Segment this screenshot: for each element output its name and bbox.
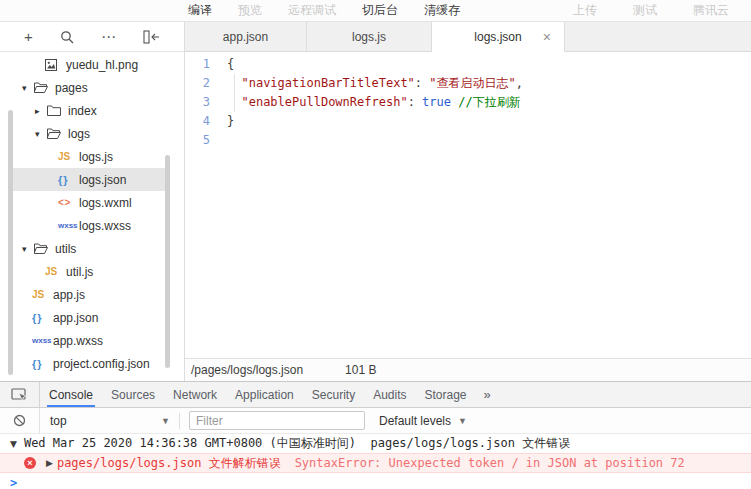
code-token: "enablePullDownRefresh" <box>241 95 407 109</box>
expander-open-icon[interactable]: ▼ <box>10 439 17 449</box>
expander-closed-icon[interactable]: ▶ <box>46 458 53 468</box>
code-editor[interactable]: 1{2 "navigationBarTitleText": "查看启动日志",3… <box>185 52 751 358</box>
expander-arrow-icon[interactable]: ▾ <box>22 244 34 254</box>
tree-item[interactable]: yuedu_hl.png <box>13 53 167 76</box>
tree-item[interactable]: JSapp.js <box>13 283 167 306</box>
editor-tab[interactable]: logs.json× <box>432 22 565 52</box>
tree-item[interactable]: { }logs.json <box>13 168 167 191</box>
wechat-devtools-window: 编译预览远程调试切后台清缓存 上传测试腾讯云 + ⋯ yuedu_hl.png▾… <box>0 0 751 489</box>
tree-item-label: utils <box>55 242 76 256</box>
tree-item[interactable]: ▸index <box>13 99 167 122</box>
json-file-icon: { } <box>32 358 52 370</box>
error-detail: SyntaxError: Unexpected token / in JSON … <box>295 456 685 470</box>
search-icon[interactable] <box>60 30 74 44</box>
tree-item[interactable]: wxsslogs.wxss <box>13 214 167 237</box>
tree-item-label: logs.wxss <box>79 219 131 233</box>
main-area: + ⋯ yuedu_hl.png▾pages▸index▾logsJSlogs.… <box>0 22 751 381</box>
tree-item[interactable]: wxssapp.wxss <box>13 329 167 352</box>
tree-item-label: yuedu_hl.png <box>66 58 138 72</box>
toolbar-button[interactable]: 腾讯云 <box>693 2 729 19</box>
folder-open-icon <box>47 128 67 139</box>
devtools-tab-console[interactable]: Console <box>40 382 102 407</box>
chevron-down-icon: ▼ <box>161 416 170 426</box>
devtools-panel: ConsoleSourcesNetworkApplicationSecurity… <box>0 381 751 489</box>
tree-item[interactable]: JSlogs.js <box>13 145 167 168</box>
code-token: "查看启动日志" <box>429 76 515 90</box>
sidebar-right-scrollbar[interactable] <box>165 155 170 368</box>
tree-item[interactable]: { }app.json <box>13 306 167 329</box>
error-icon: × <box>24 457 36 469</box>
editor-tab-label: logs.js <box>352 30 386 44</box>
console-prompt[interactable]: > <box>0 473 751 489</box>
devtools-tab-storage[interactable]: Storage <box>416 382 476 407</box>
folder-closed-icon <box>47 105 67 116</box>
code-token: : <box>408 95 422 109</box>
tree-item[interactable]: JSutil.js <box>13 260 167 283</box>
wxss-file-icon: wxss <box>58 221 78 230</box>
tree-item[interactable]: ▾utils <box>13 237 167 260</box>
line-number: 5 <box>185 131 210 150</box>
sidebar-left-scrollbar[interactable] <box>8 110 13 375</box>
expander-arrow-icon[interactable]: ▾ <box>22 83 34 93</box>
json-file-icon: { } <box>32 312 52 324</box>
clear-console-icon[interactable] <box>0 408 40 433</box>
code-line-text: } <box>227 112 234 131</box>
line-number: 4 <box>185 112 210 131</box>
console-log-row[interactable]: ▼ Wed Mar 25 2020 14:36:38 GMT+0800 (中国标… <box>0 434 751 453</box>
js-file-icon: JS <box>32 289 52 300</box>
line-number: 2 <box>185 74 210 93</box>
wxml-file-icon: < > <box>58 197 78 208</box>
folder-open-icon <box>34 82 54 93</box>
code-line: 4} <box>185 112 751 131</box>
tree-item-label: app.js <box>53 288 85 302</box>
expander-arrow-icon[interactable]: ▸ <box>35 106 47 116</box>
editor-tab[interactable]: app.json <box>185 22 307 51</box>
log-levels-selector[interactable]: Default levels ▼ <box>379 414 467 428</box>
tree-item[interactable]: < >logs.wxml <box>13 191 167 214</box>
inspect-element-icon[interactable] <box>0 382 40 407</box>
js-file-icon: JS <box>45 266 65 277</box>
console-error-row[interactable]: × ▶ pages/logs/logs.json 文件解析错误 SyntaxEr… <box>0 453 751 473</box>
tab-close-icon[interactable]: × <box>543 30 551 44</box>
editor-tab[interactable]: logs.js <box>307 22 432 51</box>
add-file-icon[interactable]: + <box>24 29 33 44</box>
tree-item-label: logs.wxml <box>79 196 132 210</box>
devtools-tab-network[interactable]: Network <box>164 382 226 407</box>
code-token: , <box>516 76 523 90</box>
filter-input[interactable] <box>189 411 365 430</box>
more-options-icon[interactable]: ⋯ <box>101 29 116 44</box>
editor-tab-label: app.json <box>223 30 268 44</box>
collapse-sidebar-icon[interactable] <box>143 30 160 44</box>
tree-item[interactable]: ▾pages <box>13 76 167 99</box>
devtools-tab-application[interactable]: Application <box>226 382 303 407</box>
toolbar-button[interactable]: 切后台 <box>362 2 398 19</box>
expander-arrow-icon[interactable]: ▾ <box>35 129 47 139</box>
console-output: ▼ Wed Mar 25 2020 14:36:38 GMT+0800 (中国标… <box>0 434 751 489</box>
log-levels-value: Default levels <box>379 414 451 428</box>
toolbar-button[interactable]: 上传 <box>573 2 597 19</box>
file-size: 101 B <box>345 363 376 377</box>
devtools-tabbar: ConsoleSourcesNetworkApplicationSecurity… <box>0 382 751 408</box>
toolbar-button[interactable]: 远程调试 <box>288 2 336 19</box>
toolbar-button[interactable]: 预览 <box>238 2 262 19</box>
tree-item[interactable]: ▾logs <box>13 122 167 145</box>
toolbar-button[interactable]: 测试 <box>633 2 657 19</box>
toolbar-button[interactable]: 编译 <box>188 2 212 19</box>
devtools-tabs: ConsoleSourcesNetworkApplicationSecurity… <box>40 382 476 407</box>
prompt-chevron-icon: > <box>10 476 17 489</box>
tree-item[interactable]: { }project.config.json <box>13 352 167 375</box>
toolbar-button[interactable]: 清缓存 <box>424 2 460 19</box>
devtools-tab-security[interactable]: Security <box>303 382 364 407</box>
tree-item-label: util.js <box>66 265 93 279</box>
chevron-down-icon: ▼ <box>458 416 467 426</box>
code-line: 2 "navigationBarTitleText": "查看启动日志", <box>185 74 751 93</box>
tree-item-label: pages <box>55 81 88 95</box>
code-token: "navigationBarTitleText" <box>241 76 414 90</box>
editor-tab-label: logs.json <box>474 30 521 44</box>
devtools-tab-sources[interactable]: Sources <box>102 382 164 407</box>
context-selector[interactable]: top ▼ <box>50 414 170 428</box>
more-tabs-icon[interactable]: » <box>476 382 499 407</box>
indent-guide <box>234 74 235 112</box>
devtools-tab-audits[interactable]: Audits <box>364 382 415 407</box>
file-explorer-sidebar: + ⋯ yuedu_hl.png▾pages▸index▾logsJSlogs.… <box>0 22 185 381</box>
